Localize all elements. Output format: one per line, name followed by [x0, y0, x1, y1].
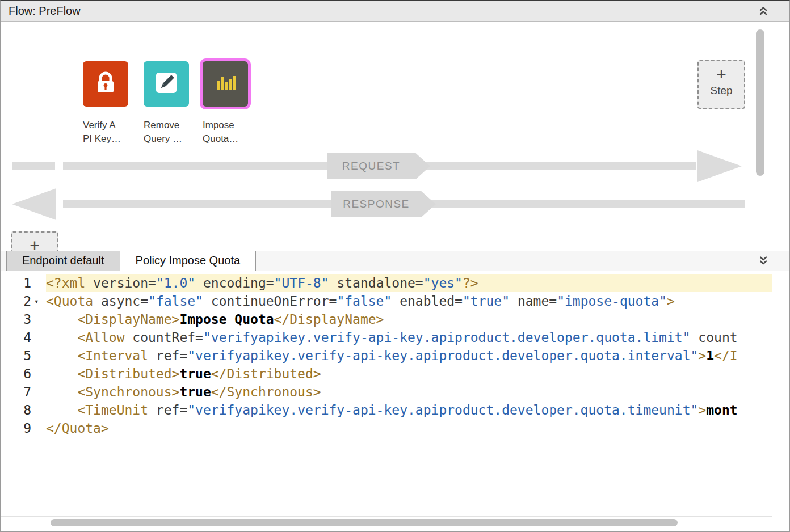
- code-text[interactable]: <Interval ref="verifyapikey.verify-api-k…: [46, 347, 772, 365]
- tab-endpoint-default[interactable]: Endpoint default: [6, 251, 120, 271]
- policy-step-label: Verify A PI Key…: [83, 119, 151, 146]
- line-number-gutter: 8: [1, 401, 46, 419]
- line-number-gutter: 7: [1, 383, 46, 401]
- policy-step-remove-query[interactable]: Remove Query …: [144, 61, 212, 146]
- line-number-gutter: 3: [1, 310, 46, 328]
- code-text[interactable]: <TimeUnit ref="verifyapikey.verify-api-k…: [46, 401, 772, 419]
- flow-canvas: Verify A PI Key… Remove Quer: [1, 22, 789, 251]
- editor-tab-bar: Endpoint default Policy Impose Quota: [1, 251, 789, 271]
- code-line[interactable]: 1<?xml version="1.0" encoding="UTF-8" st…: [1, 274, 772, 292]
- fold-spacer: [31, 328, 46, 347]
- code-line[interactable]: 7 <Synchronous>true</Synchronous>: [1, 383, 772, 401]
- impose-quota-policy-icon[interactable]: [203, 61, 248, 107]
- fold-spacer: [31, 310, 46, 328]
- code-text[interactable]: <DisplayName>Impose Quota</DisplayName>: [46, 310, 772, 328]
- request-arrowhead-icon: [697, 150, 742, 182]
- fold-spacer: [31, 383, 46, 401]
- tab-policy-impose-quota[interactable]: Policy Impose Quota: [120, 251, 257, 271]
- policy-step-label: Impose Quota…: [203, 119, 271, 146]
- vertical-scrollbar-track[interactable]: [772, 272, 789, 531]
- quota-bars-icon: [212, 69, 239, 99]
- add-step-button-response[interactable]: + Step: [11, 231, 58, 251]
- flow-panel-header: Flow: PreFlow: [1, 1, 789, 22]
- fold-spacer: [31, 347, 46, 365]
- code-text[interactable]: <Synchronous>true</Synchronous>: [46, 383, 772, 401]
- chevron-double-up-icon: [758, 10, 769, 18]
- api-proxy-editor-window: Flow: PreFlow: [0, 0, 790, 532]
- fold-spacer: [31, 419, 46, 437]
- line-number-gutter: 1: [1, 274, 46, 292]
- code-text[interactable]: <Distributed>true</Distributed>: [46, 365, 772, 383]
- flow-title: Flow: PreFlow: [9, 5, 81, 18]
- line-number-gutter: 9: [1, 419, 46, 437]
- collapse-flow-panel-button[interactable]: [757, 4, 770, 19]
- line-number: 2: [1, 292, 31, 310]
- fold-spacer: [31, 365, 46, 383]
- policy-step-verify-api-key[interactable]: Verify A PI Key…: [83, 61, 151, 146]
- code-lines[interactable]: 1<?xml version="1.0" encoding="UTF-8" st…: [1, 274, 772, 437]
- chevron-double-down-icon: [758, 259, 769, 268]
- fold-spacer: [31, 274, 46, 292]
- code-text[interactable]: </Quota>: [46, 419, 772, 437]
- line-number: 9: [1, 419, 31, 437]
- line-number: 6: [1, 365, 31, 383]
- xml-code-editor[interactable]: 1<?xml version="1.0" encoding="UTF-8" st…: [1, 272, 789, 531]
- code-line[interactable]: 5 <Interval ref="verifyapikey.verify-api…: [1, 347, 772, 365]
- policy-step-label: Remove Query …: [144, 119, 212, 146]
- horizontal-scrollbar-track[interactable]: [1, 516, 772, 527]
- flow-scrollbar-track: [753, 22, 753, 251]
- flow-scrollbar-thumb[interactable]: [756, 29, 764, 176]
- add-step-button-request[interactable]: + Step: [697, 60, 745, 109]
- code-text[interactable]: <?xml version="1.0" encoding="UTF-8" sta…: [46, 274, 772, 292]
- line-number: 7: [1, 383, 31, 401]
- plus-icon: +: [12, 236, 57, 251]
- remove-query-policy-icon[interactable]: [144, 61, 189, 107]
- line-number: 1: [1, 274, 31, 292]
- code-line[interactable]: 9</Quota>: [1, 419, 772, 437]
- horizontal-scrollbar-thumb[interactable]: [51, 519, 678, 526]
- response-label-badge: RESPONSE: [331, 191, 436, 217]
- policy-step-impose-quota[interactable]: Impose Quota…: [203, 61, 271, 146]
- pencil-icon: [153, 69, 180, 99]
- request-flow-line: [12, 162, 55, 170]
- line-number-gutter: 6: [1, 365, 46, 383]
- code-text[interactable]: <Quota async="false" continueOnError="fa…: [46, 292, 772, 310]
- line-number-gutter: 2▾: [1, 292, 46, 310]
- code-text[interactable]: <Allow countRef="verifyapikey.verify-api…: [46, 328, 772, 347]
- code-line[interactable]: 3 <DisplayName>Impose Quota</DisplayName…: [1, 310, 772, 328]
- code-line[interactable]: 6 <Distributed>true</Distributed>: [1, 365, 772, 383]
- code-line[interactable]: 4 <Allow countRef="verifyapikey.verify-a…: [1, 328, 772, 347]
- tab-bar-right-controls: [749, 251, 789, 271]
- plus-icon: +: [699, 65, 744, 84]
- line-number: 5: [1, 347, 31, 365]
- collapse-editor-panel-button[interactable]: [757, 254, 770, 268]
- response-arrowhead-icon: [12, 188, 56, 220]
- code-line[interactable]: 8 <TimeUnit ref="verifyapikey.verify-api…: [1, 401, 772, 419]
- line-number-gutter: 4: [1, 328, 46, 347]
- line-number: 4: [1, 328, 31, 347]
- line-number: 3: [1, 310, 31, 328]
- line-number: 8: [1, 401, 31, 419]
- line-number-gutter: 5: [1, 347, 46, 365]
- fold-spacer: [31, 401, 46, 419]
- verify-api-key-policy-icon[interactable]: [83, 61, 128, 107]
- request-label-badge: REQUEST: [327, 153, 430, 179]
- lock-icon: [92, 69, 119, 99]
- code-line[interactable]: 2▾<Quota async="false" continueOnError="…: [1, 292, 772, 310]
- fold-icon[interactable]: ▾: [31, 292, 46, 310]
